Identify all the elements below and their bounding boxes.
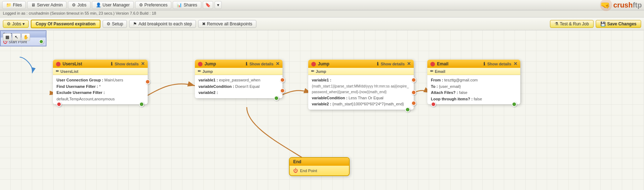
setup-icon: ⚙ — [107, 21, 110, 26]
users-list-info-icon: ℹ — [111, 61, 113, 66]
user-icon: 👤 — [96, 2, 101, 8]
users-list-output-connector[interactable] — [145, 79, 150, 84]
field-j2-var2: variable2 : {math_start}1000*60*60*24*7{… — [312, 101, 410, 108]
email-header-left: ⬤ Email — [430, 61, 448, 66]
add-breakpoint-button[interactable]: ⚑ Add breakpoint to each step — [129, 20, 196, 28]
nav-user-label: User Manager — [103, 2, 130, 8]
email-header-right: ℹ Show details ✕ — [483, 61, 517, 66]
field-j2-cond: variableCondition : Less Than Or Equal — [312, 95, 410, 101]
jump1-close[interactable]: ✕ — [276, 61, 280, 66]
jump2-close[interactable]: ✕ — [407, 61, 411, 66]
save-icon: 💾 — [600, 21, 606, 26]
nav-shares[interactable]: 📊 Shares — [173, 1, 201, 9]
nav-files[interactable]: 📁 Files — [2, 1, 26, 9]
cursor-tool-button[interactable]: ↖ — [12, 33, 21, 41]
users-list-node: ⬤ UsersList ℹ Show details ✕ ✏ UsersList… — [53, 60, 148, 104]
end-node-body: ⏻ End Point — [290, 166, 349, 175]
users-list-error-connector[interactable] — [56, 102, 62, 107]
users-list-close[interactable]: ✕ — [141, 61, 145, 66]
jump1-success-connector[interactable] — [274, 96, 279, 101]
nav-preferences[interactable]: ⚙ Preferences — [135, 1, 172, 9]
workflow-canvas[interactable]: ▦ ↖ ✋ Start ⏻ Start Point ⬤ UsersList — [0, 30, 644, 190]
end-point-label: End Point — [300, 169, 317, 173]
setup-button[interactable]: ⚙ Setup — [103, 20, 127, 28]
email-close[interactable]: ✕ — [513, 61, 517, 66]
job-name-label: Copy Of Password expiration — [36, 21, 95, 26]
jump2-node: ⬤ Jump ℹ Show details ✕ ✏ Jump variable1… — [308, 60, 414, 110]
nav-preferences-label: Preferences — [144, 2, 168, 8]
jump2-show-details[interactable]: Show details — [381, 62, 405, 66]
crushftp-logo: 🤜 crushftp — [599, 0, 642, 11]
field-var2: variable2 : — [198, 90, 279, 96]
field-to: To : {user_email} — [431, 84, 517, 90]
jump1-subtitle: Jump — [202, 69, 213, 74]
hand-tool-button[interactable]: ✋ — [21, 33, 30, 41]
jump2-info-icon: ℹ — [377, 61, 379, 66]
nav-more-menu[interactable]: ▾ — [215, 1, 222, 9]
save-button[interactable]: 💾 Save Changes — [596, 20, 641, 28]
hand-icon: ✋ — [23, 35, 29, 40]
nav-user-manager[interactable]: 👤 User Manager — [92, 1, 134, 9]
jump1-title: Jump — [205, 61, 216, 66]
jump1-header-right: ℹ Show details ✕ — [246, 61, 280, 66]
email-show-details[interactable]: Show details — [487, 62, 511, 66]
email-success-connector[interactable] — [512, 102, 517, 107]
jump2-success-connector[interactable] — [405, 107, 410, 112]
field-exclude-filter: Exclude Username Filter : — [56, 90, 144, 96]
email-body: From : teszttg@gmail.com To : {user_emai… — [427, 75, 520, 104]
test-run-button[interactable]: ⚗ Test & Run Job — [550, 20, 594, 28]
email-header-icon: ⬤ — [430, 61, 435, 66]
users-list-header: ⬤ UsersList ℹ Show details ✕ — [53, 60, 148, 68]
nav-jobs[interactable]: ⚙ Jobs — [68, 1, 90, 9]
test-icon: ⚗ — [555, 21, 559, 26]
grid-tool-button[interactable]: ▦ — [3, 33, 11, 41]
preferences-icon: ⚙ — [139, 2, 143, 8]
jump1-output-connector[interactable] — [280, 78, 285, 82]
jump2-edit-icon: ✏ — [311, 69, 314, 74]
nav-files-label: Files — [13, 2, 22, 8]
job-name-button[interactable]: Copy Of Password expiration — [31, 20, 100, 28]
edit-icon: ✏ — [56, 69, 59, 74]
svg-text:🤜: 🤜 — [600, 0, 610, 10]
email-info-icon: ℹ — [483, 61, 485, 66]
jump2-output3-connector[interactable] — [411, 101, 416, 106]
jump1-node: ⬤ Jump ℹ Show details ✕ ✏ Jump variable1… — [195, 60, 282, 98]
email-edit-icon: ✏ — [430, 69, 433, 74]
shares-icon: 📊 — [177, 2, 182, 8]
users-list-header-left: ⬤ UsersList — [56, 61, 82, 66]
jump1-edit-icon: ✏ — [198, 69, 201, 74]
field-var1: variable1 : expire_password_when — [198, 77, 279, 84]
users-list-show-details[interactable]: Show details — [115, 62, 139, 66]
cursor-icon: ↖ — [15, 35, 18, 40]
field-varcond: variableCondition : Doesn't Equal — [198, 84, 279, 90]
toolbar: ⚙ Jobs ▾ Copy Of Password expiration ⚙ S… — [0, 18, 644, 30]
jump2-body: variable1 : {math_start:1}{parse_start:M… — [308, 75, 414, 110]
jobs-dropdown-button[interactable]: ⚙ Jobs ▾ — [3, 20, 29, 28]
field-loop: Loop through items? : false — [431, 96, 517, 102]
field-exclude-value: default,TempAccount,anonymous — [56, 96, 144, 102]
nav-bookmark[interactable]: 🔖 — [203, 1, 213, 9]
jump1-header: ⬤ Jump ℹ Show details ✕ — [195, 60, 282, 68]
jump2-subtitle: Jump — [316, 69, 326, 74]
nav-server-label: Server Admin — [37, 2, 63, 8]
jump1-body: variable1 : expire_password_when variabl… — [195, 75, 282, 98]
jump2-output-connector[interactable] — [411, 78, 416, 82]
jobs-icon: ⚙ — [72, 2, 76, 8]
jump2-title: Jump — [318, 61, 329, 66]
jump2-subheader: ✏ Jump — [308, 68, 414, 75]
users-list-success-connector[interactable] — [139, 102, 144, 107]
jump1-show-details[interactable]: Show details — [250, 62, 274, 66]
users-list-body: User Connection Group : MainUsers Find U… — [53, 75, 148, 104]
remove-breakpoints-button[interactable]: ✖ Remove all Breakpoints — [198, 20, 256, 28]
remove-icon: ✖ — [202, 21, 206, 26]
jobs-btn-icon: ⚙ — [7, 21, 11, 26]
field-j2-var1: variable1 : — [312, 77, 410, 84]
jump2-output2-connector[interactable] — [411, 90, 416, 95]
jump1-output2-connector[interactable] — [280, 88, 285, 93]
users-list-subheader: ✏ UsersList — [53, 68, 148, 75]
email-header: ⬤ Email ℹ Show details ✕ — [427, 60, 520, 68]
email-title: Email — [437, 61, 448, 66]
email-error-connector[interactable] — [431, 102, 436, 107]
start-output-connector[interactable] — [39, 39, 44, 44]
nav-server-admin[interactable]: 🖥 Server Admin — [27, 1, 67, 9]
